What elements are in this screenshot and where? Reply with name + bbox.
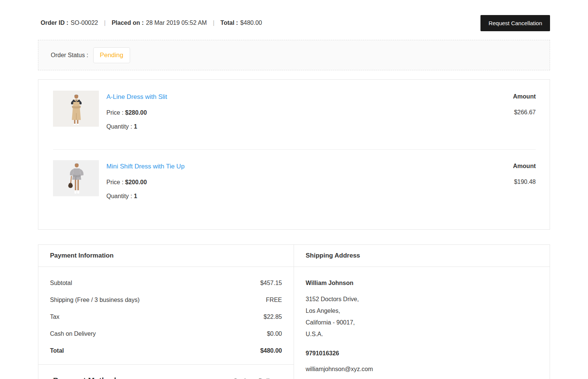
address-line: 3152 Doctors Drive, bbox=[306, 296, 538, 303]
order-status-label: Order Status : bbox=[51, 52, 88, 59]
order-meta: Order ID : SO-00022 | Placed on : 28 Mar… bbox=[38, 20, 262, 26]
placed-on-value: 28 Mar 2019 05:52 AM bbox=[146, 20, 207, 26]
payment-information-title: Payment Information bbox=[38, 245, 294, 267]
product-row: Mini Shift Dress with Tie Up Price : $20… bbox=[53, 160, 536, 207]
quantity-label: Quantity : bbox=[106, 123, 132, 130]
product-info: A-Line Dress with Slit Price : $280.00 Q… bbox=[106, 91, 513, 137]
quantity-label: Quantity : bbox=[106, 193, 132, 199]
amount-header: Amount bbox=[513, 93, 536, 100]
request-cancellation-button[interactable]: Request Cancellation bbox=[480, 15, 550, 31]
amount-header: Amount bbox=[513, 163, 536, 170]
payment-row-cod: Cash on Delivery $0.00 bbox=[50, 330, 282, 337]
quantity-value: 1 bbox=[134, 123, 137, 130]
price-label: Price : bbox=[106, 179, 123, 185]
payment-row-label: Tax bbox=[50, 314, 59, 320]
meta-separator: | bbox=[104, 20, 106, 26]
recipient-phone: 9791016326 bbox=[306, 350, 538, 357]
placed-on-label: Placed on : bbox=[112, 20, 144, 26]
product-price-line: Price : $200.00 bbox=[106, 179, 513, 186]
payment-information-pane: Payment Information Subtotal $457.15 Shi… bbox=[38, 245, 294, 379]
price-value: $280.00 bbox=[125, 109, 147, 116]
payment-row-value: FREE bbox=[266, 297, 282, 303]
payment-row-label: Cash on Delivery bbox=[50, 330, 96, 337]
payment-method-row: Payment Method Cash on Delivery bbox=[38, 364, 294, 379]
order-total-value: $480.00 bbox=[240, 20, 262, 26]
price-value: $200.00 bbox=[125, 179, 147, 185]
order-status-badge: Pending bbox=[93, 47, 130, 63]
product-amount-column: Amount $266.67 bbox=[513, 93, 536, 116]
order-header: Order ID : SO-00022 | Placed on : 28 Mar… bbox=[38, 15, 550, 31]
payment-total-label: Total bbox=[50, 347, 64, 354]
payment-total-value: $480.00 bbox=[260, 347, 282, 354]
payment-rows: Subtotal $457.15 Shipping (Free / 3 busi… bbox=[38, 267, 294, 354]
payment-row-label: Shipping (Free / 3 business days) bbox=[50, 297, 139, 303]
product-quantity-line: Quantity : 1 bbox=[106, 123, 513, 130]
price-label: Price : bbox=[106, 109, 123, 116]
shipping-address-body: William Johnson 3152 Doctors Drive, Los … bbox=[294, 267, 550, 379]
shipping-address-pane: Shipping Address William Johnson 3152 Do… bbox=[294, 245, 550, 379]
amount-value: $266.67 bbox=[513, 109, 536, 116]
order-total-label: Total : bbox=[220, 20, 238, 26]
product-row-divider bbox=[53, 149, 536, 150]
address-line: California - 90017, bbox=[306, 319, 538, 326]
order-items-panel: A-Line Dress with Slit Price : $280.00 Q… bbox=[38, 79, 550, 230]
address-line: Los Angeles, bbox=[306, 308, 538, 314]
payment-method-label: Payment Method bbox=[53, 376, 116, 379]
order-id-value: SO-00022 bbox=[71, 20, 98, 26]
quantity-value: 1 bbox=[134, 193, 137, 199]
product-price-line: Price : $280.00 bbox=[106, 109, 513, 116]
payment-row-subtotal: Subtotal $457.15 bbox=[50, 280, 282, 287]
amount-value: $190.48 bbox=[513, 179, 536, 185]
product-link[interactable]: A-Line Dress with Slit bbox=[106, 93, 167, 101]
recipient-email: williamjohnson@xyz.com bbox=[306, 366, 538, 373]
payment-row-total: Total $480.00 bbox=[50, 347, 282, 354]
payment-row-value: $0.00 bbox=[267, 330, 282, 337]
order-detail-page: Order ID : SO-00022 | Placed on : 28 Mar… bbox=[38, 15, 550, 379]
product-quantity-line: Quantity : 1 bbox=[106, 193, 513, 200]
product-info: Mini Shift Dress with Tie Up Price : $20… bbox=[106, 160, 513, 207]
payment-row-label: Subtotal bbox=[50, 280, 72, 287]
product-amount-column: Amount $190.48 bbox=[513, 163, 536, 185]
product-link[interactable]: Mini Shift Dress with Tie Up bbox=[106, 163, 185, 170]
mini-shift-dress-photo[interactable] bbox=[53, 160, 99, 196]
meta-separator: | bbox=[213, 20, 214, 26]
a-line-dress-photo[interactable] bbox=[53, 91, 99, 127]
order-id-label: Order ID : bbox=[41, 20, 68, 26]
payment-row-value: $22.85 bbox=[264, 314, 282, 320]
payment-row-value: $457.15 bbox=[260, 280, 282, 287]
payment-row-shipping: Shipping (Free / 3 business days) FREE bbox=[50, 297, 282, 303]
shipping-address-title: Shipping Address bbox=[294, 245, 550, 267]
product-row: A-Line Dress with Slit Price : $280.00 Q… bbox=[53, 91, 536, 137]
recipient-name: William Johnson bbox=[306, 280, 538, 287]
order-details-panel: Payment Information Subtotal $457.15 Shi… bbox=[38, 244, 550, 379]
address-line: U.S.A. bbox=[306, 331, 538, 338]
order-status-box: Order Status : Pending bbox=[38, 40, 550, 70]
payment-row-tax: Tax $22.85 bbox=[50, 314, 282, 320]
